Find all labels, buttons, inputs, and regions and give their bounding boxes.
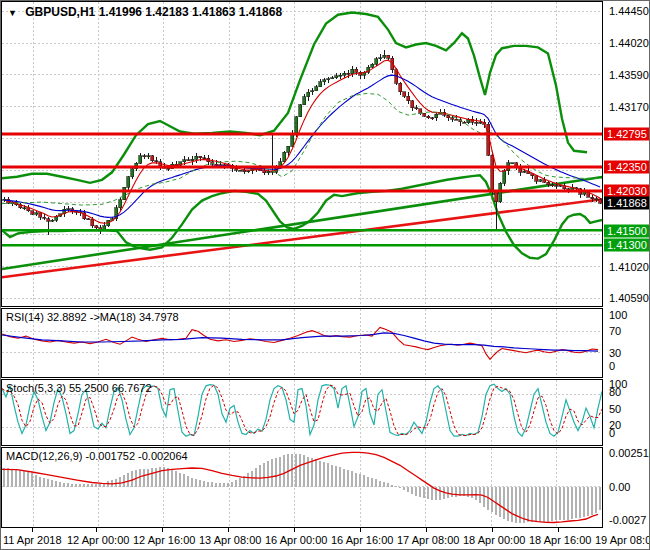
stochastic-axis-tick: 80 [609,386,621,398]
time-axis-tick [426,528,427,532]
time-axis-tick [162,528,163,532]
stochastic-label: Stoch(5,3,3) 55.2500 66.7672 [6,382,152,394]
price-axis: 1.444501.440201.435901.431701.410201.405… [603,1,650,528]
macd-axis-tick: -0.0027 [609,514,646,526]
chart-title: ▼ GBPUSD,H1 1.41996 1.42183 1.41863 1.41… [8,5,282,19]
time-axis-tick [96,528,97,532]
level-price-badge: 1.41500 [604,225,650,238]
time-axis-label: 17 Apr 08:00 [397,534,459,546]
macd-label: MACD(12,26,9) -0.001752 -0.002064 [6,450,188,462]
time-axis-tick [492,528,493,532]
price-axis-tick: 1.40590 [609,292,649,304]
price-axis-tick: 1.41020 [609,261,649,273]
stochastic-axis-tick: 50 [609,403,621,415]
time-axis-tick [558,528,559,532]
macd-axis-tick: 0.002518 [609,447,650,459]
main-chart-canvas[interactable] [2,2,602,306]
time-axis-label: 19 Apr 08:00 [595,534,650,546]
main-chart-panel: ▼ GBPUSD,H1 1.41996 1.42183 1.41863 1.41… [1,1,603,307]
time-axis-label: 12 Apr 00:00 [67,534,129,546]
price-axis-tick: 1.44020 [609,37,649,49]
rsi-label: RSI(14) 32.8892 ->MA(18) 34.7978 [6,311,179,323]
macd-axis-tick: 0.00 [609,481,630,493]
time-axis-label: 18 Apr 00:00 [463,534,525,546]
time-axis-label: 12 Apr 16:00 [133,534,195,546]
level-price-badge: 1.42350 [604,161,650,174]
time-axis-label: 18 Apr 16:00 [529,534,591,546]
time-axis: 11 Apr 201812 Apr 00:0012 Apr 16:0013 Ap… [1,528,650,550]
stochastic-panel: Stoch(5,3,3) 55.2500 66.7672 [1,379,603,446]
price-axis-tick: 1.44450 [609,5,649,17]
chart-symbol-label: GBPUSD,H1 [25,5,95,19]
time-axis-tick [294,528,295,532]
chart-window: ▼ GBPUSD,H1 1.41996 1.42183 1.41863 1.41… [0,0,650,550]
rsi-axis-tick: 30 [609,347,621,359]
rsi-axis-tick: 100 [609,309,627,321]
price-axis-tick: 1.43170 [609,101,649,113]
time-axis-tick [228,528,229,532]
stochastic-axis-tick: 0 [609,427,615,439]
time-axis-tick [32,528,33,532]
level-price-badge: 1.42795 [604,128,650,141]
current-price-badge: 1.41868 [604,197,650,210]
rsi-axis-tick: 70 [609,325,621,337]
chart-ohlc-quotes: 1.41996 1.42183 1.41863 1.41868 [99,5,283,19]
time-axis-label: 16 Apr 16:00 [331,534,393,546]
symbol-dropdown-icon[interactable]: ▼ [8,8,17,18]
time-axis-label: 16 Apr 00:00 [265,534,327,546]
rsi-axis-tick: 0 [609,360,615,372]
price-axis-tick: 1.43590 [609,69,649,81]
time-axis-label: 11 Apr 2018 [3,534,62,546]
level-price-badge: 1.41300 [604,239,650,252]
time-axis-label: 13 Apr 08:00 [199,534,261,546]
rsi-panel: RSI(14) 32.8892 ->MA(18) 34.7978 [1,308,603,378]
time-axis-tick [360,528,361,532]
macd-panel: MACD(12,26,9) -0.001752 -0.002064 [1,447,603,528]
